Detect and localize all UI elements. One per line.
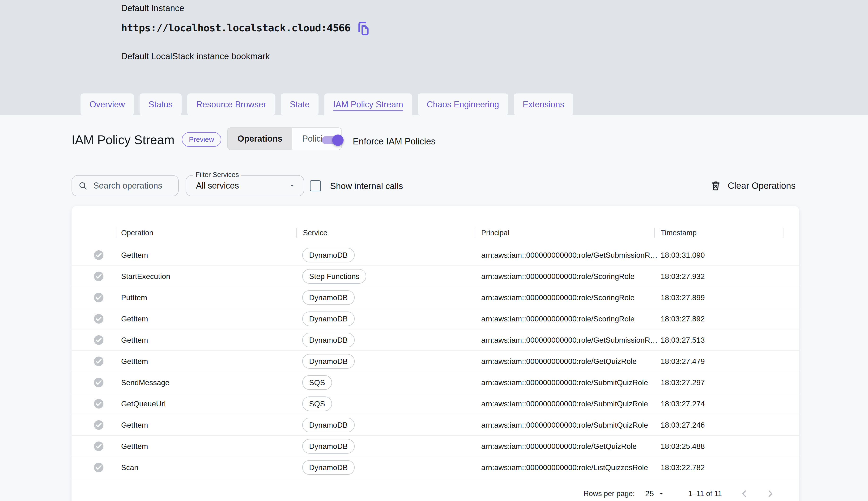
instance-description: Default LocalStack instance bookmark: [121, 52, 270, 61]
instance-name: Default Instance: [121, 3, 184, 13]
operation-cell: GetItem: [121, 357, 148, 365]
table-row[interactable]: StartExecution Step Functions arn:aws:ia…: [72, 266, 799, 287]
operation-cell: GetQueueUrl: [121, 399, 166, 408]
timestamp-cell: 18:03:27.892: [661, 315, 705, 323]
page-title: IAM Policy Stream: [72, 132, 175, 147]
table-row[interactable]: PutItem DynamoDB arn:aws:iam::0000000000…: [72, 287, 799, 308]
principal-cell: arn:aws:iam::000000000000:role/GetSubmis…: [481, 250, 658, 259]
operation-cell: GetItem: [121, 250, 148, 259]
tab-label: State: [290, 99, 310, 109]
operation-cell: GetItem: [121, 335, 148, 344]
tab-iam-policy-stream[interactable]: IAM Policy Stream: [324, 94, 412, 115]
timestamp-cell: 18:03:27.479: [661, 357, 705, 365]
table-row[interactable]: GetItem DynamoDB arn:aws:iam::0000000000…: [72, 436, 799, 457]
tab-label: Status: [148, 99, 172, 109]
tab-label: IAM Policy Stream: [333, 99, 403, 109]
service-chip: SQS: [302, 375, 332, 390]
tab-label: Chaos Engineering: [427, 99, 499, 109]
table-row[interactable]: Scan DynamoDB arn:aws:iam::000000000000:…: [72, 457, 799, 478]
rows-per-page-select[interactable]: 25: [645, 489, 665, 498]
next-page-button[interactable]: [765, 488, 776, 499]
operations-toggle-button[interactable]: Operations: [228, 128, 292, 150]
show-internal-label: Show internal calls: [330, 181, 403, 191]
table-row[interactable]: GetItem DynamoDB arn:aws:iam::0000000000…: [72, 414, 799, 436]
search-input[interactable]: [93, 181, 172, 191]
column-header-service[interactable]: Service: [303, 229, 327, 237]
table-row[interactable]: GetQueueUrl SQS arn:aws:iam::00000000000…: [72, 393, 799, 414]
check-circle-icon: [94, 441, 104, 451]
enforce-iam-switch[interactable]: [322, 135, 344, 146]
column-header-principal[interactable]: Principal: [481, 229, 509, 237]
column-divider: [116, 228, 116, 238]
check-circle-icon: [94, 313, 104, 324]
check-circle-icon: [94, 250, 104, 260]
localstack-app: Default Instance https://localhost.local…: [0, 0, 868, 501]
operation-cell: GetItem: [121, 315, 148, 323]
table-row[interactable]: SendMessage SQS arn:aws:iam::00000000000…: [72, 372, 799, 393]
check-circle-icon: [94, 335, 104, 345]
copy-url-button[interactable]: [357, 20, 369, 35]
operation-cell: Scan: [121, 463, 138, 472]
principal-cell: arn:aws:iam::000000000000:role/ScoringRo…: [481, 293, 635, 302]
timestamp-cell: 18:03:27.513: [661, 335, 705, 344]
instance-url: https://localhost.localstack.cloud:4566: [121, 22, 351, 34]
principal-cell: arn:aws:iam::000000000000:role/ListQuizz…: [481, 463, 648, 472]
operation-cell: PutItem: [121, 293, 147, 302]
tab-bar: Overview Status Resource Browser State I…: [81, 94, 573, 115]
service-filter-label: Filter Services: [193, 171, 241, 179]
operation-cell: GetItem: [121, 442, 148, 450]
tab-state[interactable]: State: [281, 94, 318, 115]
tab-status[interactable]: Status: [139, 94, 181, 115]
tab-label: Extensions: [523, 99, 564, 109]
table-row[interactable]: GetItem DynamoDB arn:aws:iam::0000000000…: [72, 329, 799, 351]
operations-table-card: Operation Service Principal Timestamp Ge…: [72, 206, 799, 501]
switch-thumb: [332, 135, 344, 146]
timestamp-cell: 18:03:27.932: [661, 272, 705, 280]
check-circle-icon: [94, 292, 104, 303]
section-divider: [0, 163, 868, 163]
operation-cell: GetItem: [121, 420, 148, 429]
principal-cell: arn:aws:iam::000000000000:role/SubmitQui…: [481, 399, 648, 408]
column-divider: [783, 228, 783, 238]
timestamp-cell: 18:03:22.782: [661, 463, 705, 472]
clear-operations-button[interactable]: Clear Operations: [710, 178, 795, 194]
pagination-range: 1–11 of 11: [688, 489, 722, 498]
table-row[interactable]: GetItem DynamoDB arn:aws:iam::0000000000…: [72, 308, 799, 329]
tab-label: Overview: [90, 99, 125, 109]
show-internal-checkbox[interactable]: [310, 180, 321, 191]
service-chip: DynamoDB: [302, 248, 355, 263]
column-divider: [474, 228, 475, 238]
tab-overview[interactable]: Overview: [81, 94, 134, 115]
tab-chaos-engineering[interactable]: Chaos Engineering: [418, 94, 508, 115]
service-filter-select[interactable]: Filter Services All services: [186, 175, 304, 196]
column-divider: [654, 228, 655, 238]
table-row[interactable]: GetItem DynamoDB arn:aws:iam::0000000000…: [72, 245, 799, 266]
preview-badge: Preview: [182, 132, 221, 147]
dropdown-arrow-icon: [289, 182, 296, 189]
operation-cell: StartExecution: [121, 272, 170, 280]
service-chip: DynamoDB: [302, 311, 355, 326]
search-icon: [78, 181, 87, 190]
check-circle-icon: [94, 356, 104, 366]
search-box: [72, 175, 179, 196]
rows-per-page-value: 25: [645, 489, 654, 498]
service-filter-value: All services: [196, 181, 239, 191]
tab-resource-browser[interactable]: Resource Browser: [187, 94, 275, 115]
timestamp-cell: 18:03:27.274: [661, 399, 705, 408]
check-circle-icon: [94, 271, 104, 281]
check-circle-icon: [94, 398, 104, 409]
timestamp-cell: 18:03:31.090: [661, 250, 705, 259]
column-header-operation[interactable]: Operation: [121, 229, 153, 237]
chevron-left-icon: [739, 488, 750, 499]
tab-label: Resource Browser: [196, 99, 266, 109]
tab-extensions[interactable]: Extensions: [514, 94, 573, 115]
copy-icon: [357, 20, 369, 35]
column-header-timestamp[interactable]: Timestamp: [661, 229, 697, 237]
caret-down-icon: [658, 490, 665, 497]
operation-cell: SendMessage: [121, 378, 169, 387]
check-circle-icon: [94, 377, 104, 388]
check-circle-icon: [94, 462, 104, 473]
previous-page-button[interactable]: [739, 488, 750, 499]
principal-cell: arn:aws:iam::000000000000:role/GetSubmis…: [481, 335, 658, 344]
table-row[interactable]: GetItem DynamoDB arn:aws:iam::0000000000…: [72, 351, 799, 372]
